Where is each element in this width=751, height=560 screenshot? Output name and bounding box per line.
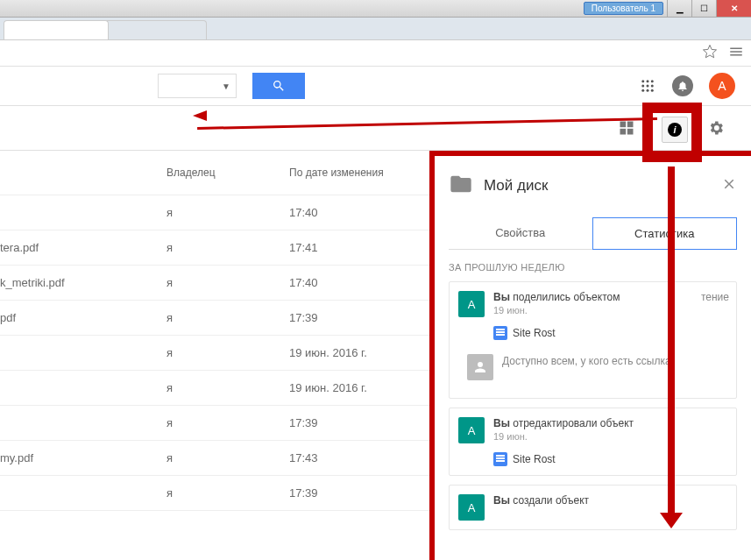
svg-rect-12 [627,129,634,135]
activity-file-name: Site Rost [513,327,556,339]
svg-point-1 [647,80,649,82]
cell-date: 17:39 [289,416,421,429]
tab-properties[interactable]: Свойства [449,217,592,249]
table-row[interactable]: k_metriki.pdfя17:40 [0,266,429,301]
cell-owner: я [166,416,289,429]
cell-name: tera.pdf [0,241,166,254]
view-list-icon[interactable] [618,119,635,137]
cell-date: 17:40 [289,206,421,219]
user-chip[interactable]: Пользователь 1 [584,2,663,15]
cell-date: 17:39 [289,486,421,500]
cell-name: pdf [0,311,166,324]
cell-date: 19 июн. 2016 г. [289,346,421,359]
browser-tab-strip [0,18,751,40]
cell-name [0,486,166,500]
panel-close-button[interactable] [721,176,737,195]
table-row[interactable]: я19 июн. 2016 г. [0,371,429,406]
svg-rect-11 [620,129,627,135]
window-maximize-button[interactable] [691,0,716,17]
svg-point-0 [641,80,644,82]
main-content: Владелец По дате изменения я17:40tera.pd… [0,151,751,560]
cell-date: 17:39 [289,311,421,324]
docs-icon [493,326,507,340]
table-row[interactable]: я17:40 [0,195,429,230]
docs-icon [493,452,507,466]
cell-date: 17:41 [289,241,421,254]
search-icon [272,79,286,93]
cell-owner: я [166,206,289,219]
activity-file-name: Site Rost [513,453,556,465]
activity-avatar: А [458,494,485,521]
svg-point-8 [651,89,654,92]
activity-item[interactable]: А Вы отредактировали объект 19 июн. Site… [449,408,737,476]
details-panel: Мой диск Свойства Статистика ЗА ПРОШЛУЮ … [429,151,751,560]
table-header-row: Владелец По дате изменения [0,151,429,195]
activity-avatar: А [458,417,485,443]
svg-point-3 [641,85,644,88]
cell-name [0,346,166,359]
cell-owner: я [166,276,289,289]
activity-extra-text: тение [701,291,729,303]
cell-owner: я [166,346,289,359]
svg-rect-10 [627,122,634,128]
table-row[interactable]: my.pdfя17:43 [0,441,429,476]
svg-rect-9 [620,122,627,128]
browser-tab[interactable] [102,20,207,39]
table-row[interactable]: я19 июн. 2016 г. [0,336,429,371]
browser-tab[interactable] [4,20,109,39]
person-icon [467,354,493,380]
svg-point-5 [651,85,654,88]
cell-date: 19 июн. 2016 г. [289,381,421,394]
cell-owner: я [166,486,289,500]
table-row[interactable]: я17:39 [0,406,429,441]
account-avatar[interactable]: А [709,73,735,99]
cell-owner: я [166,451,289,464]
col-date[interactable]: По дате изменения [289,167,421,179]
window-close-button[interactable] [716,0,751,17]
table-row[interactable]: pdfя17:39 [0,301,429,336]
table-row[interactable]: tera.pdfя17:41 [0,230,429,266]
cell-name: my.pdf [0,451,166,464]
panel-title: Мой диск [484,177,711,195]
tab-activity[interactable]: Статистика [592,217,738,250]
cell-name: k_metriki.pdf [0,276,166,289]
svg-point-7 [647,89,649,92]
activity-avatar: А [458,291,485,317]
col-owner[interactable]: Владелец [166,167,289,179]
info-button[interactable]: i [662,117,688,143]
cell-owner: я [166,241,289,254]
drive-toolbar: i [0,105,751,151]
menu-icon[interactable] [728,44,744,63]
activity-item[interactable]: А Вы поделились объектом 19 июн. Site Ro… [449,281,737,399]
search-button[interactable] [252,73,305,99]
cell-owner: я [166,381,289,394]
table-row[interactable]: я17:39 [0,476,429,511]
file-table: Владелец По дате изменения я17:40tera.pd… [0,151,429,560]
panel-tabs: Свойства Статистика [449,217,737,250]
notifications-icon[interactable] [672,75,693,96]
svg-point-6 [641,89,644,92]
search-dropdown[interactable]: ▼ [158,74,237,98]
folder-icon [449,172,473,200]
info-icon: i [668,123,682,137]
activity-section-label: ЗА ПРОШЛУЮ НЕДЕЛЮ [449,262,737,273]
cell-owner: я [166,311,289,324]
col-name[interactable] [0,167,166,179]
share-visibility-text: Доступно всем, у кого есть ссылка [502,354,671,369]
activity-item[interactable]: А Вы создали объект [449,485,737,530]
svg-point-2 [651,80,654,82]
cell-date: 17:40 [289,276,421,289]
settings-gear-icon[interactable] [707,119,725,137]
svg-point-4 [647,85,649,88]
apps-grid-icon[interactable] [639,77,656,95]
bookmark-star-icon[interactable] [702,44,718,63]
cell-date: 17:43 [289,451,421,464]
cell-name [0,206,166,219]
browser-toolbar [0,40,751,67]
cell-name [0,381,166,394]
google-header: ▼ А [0,67,751,105]
window-minimize-button[interactable] [667,0,691,17]
cell-name [0,416,166,429]
window-titlebar: Пользователь 1 [0,0,751,18]
